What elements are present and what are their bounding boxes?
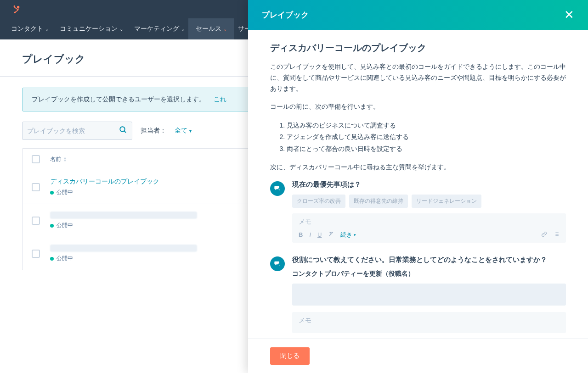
panel-footer: 閉じる <box>248 339 588 373</box>
q2-sub: コンタクトプロパティーを更新（役職名） <box>292 270 566 278</box>
italic-button[interactable]: I <box>309 231 311 238</box>
select-all-checkbox[interactable] <box>32 155 40 163</box>
row-checkbox[interactable] <box>32 250 40 258</box>
svg-line-4 <box>124 131 126 133</box>
col-name[interactable]: 名前 ▴▾ <box>50 156 66 163</box>
close-icon[interactable]: ✕ <box>564 8 574 22</box>
status-dot-icon <box>50 257 54 261</box>
alert-link[interactable]: これ <box>214 95 226 104</box>
prep-list: 見込み客のビジネスについて調査する アジェンダを作成して見込み客に送信する 両者… <box>287 120 566 155</box>
status-dot-icon <box>50 191 54 195</box>
memo-placeholder: メモ <box>299 218 560 226</box>
bold-button[interactable]: B <box>299 231 303 238</box>
chevron-down-icon: ⌄ <box>45 27 49 32</box>
underline-button[interactable]: U <box>317 231 322 238</box>
link-button[interactable] <box>541 231 547 239</box>
row-checkbox[interactable] <box>32 183 40 191</box>
owner-filter-label: 担当者： <box>141 127 166 135</box>
search-input-wrap[interactable] <box>22 122 132 140</box>
chevron-down-icon: ⌄ <box>181 27 185 32</box>
panel-header-title: プレイブック <box>262 10 309 20</box>
nav-marketing[interactable]: マーケティング⌄ <box>134 25 185 33</box>
sort-icon: ▴▾ <box>64 156 66 162</box>
nav-contacts[interactable]: コンタクト⌄ <box>11 25 49 33</box>
panel-title: ディスカバリーコールのプレイブック <box>270 42 566 54</box>
list-button[interactable] <box>554 231 560 239</box>
svg-point-0 <box>17 6 20 9</box>
chevron-down-icon: ▾ <box>189 128 192 134</box>
search-icon[interactable] <box>119 126 127 136</box>
nav-communication[interactable]: コミュニケーション⌄ <box>60 25 123 33</box>
panel-intro: このプレイブックを使用して、見込み客との最初のコールをガイドできるようにします。… <box>270 61 566 94</box>
question-block-2: 役割について教えてください。日常業務としてどのようなことをされていますか？ コン… <box>270 256 566 333</box>
status-dot-icon <box>50 224 54 228</box>
memo-editor[interactable]: メモ B I U 続き▾ <box>292 213 566 243</box>
chevron-down-icon: ⌄ <box>119 27 123 32</box>
close-button[interactable]: 閉じる <box>270 347 310 365</box>
prep-title: コールの前に、次の準備を行います。 <box>270 101 566 112</box>
memo-placeholder: メモ <box>299 317 560 325</box>
row-title-redacted <box>50 212 197 219</box>
nav-sales[interactable]: セールス⌄ <box>188 18 234 39</box>
svg-point-3 <box>120 127 125 132</box>
clear-format-button[interactable] <box>328 231 334 239</box>
chip[interactable]: クローズ率の改善 <box>292 195 345 208</box>
chip[interactable]: 既存の得意先の維持 <box>349 195 408 208</box>
svg-point-2 <box>14 12 16 14</box>
chevron-down-icon: ⌄ <box>223 27 227 32</box>
prep-item: 見込み客のビジネスについて調査する <box>287 120 566 131</box>
q1-title: 現在の最優先事項は？ <box>292 180 566 189</box>
q2-title: 役割について教えてください。日常業務としてどのようなことをされていますか？ <box>292 256 566 264</box>
prep-item: 両者にとって都合の良い日時を設定する <box>287 143 566 155</box>
prep-item: アジェンダを作成して見込み客に送信する <box>287 131 566 143</box>
row-checkbox[interactable] <box>32 217 40 225</box>
owner-filter-value[interactable]: 全て▾ <box>175 127 192 135</box>
search-input[interactable] <box>27 127 119 134</box>
more-format-button[interactable]: 続き▾ <box>340 231 356 239</box>
memo-editor-2[interactable]: メモ <box>292 312 566 333</box>
row-title-redacted <box>50 245 197 252</box>
question-icon <box>270 181 285 196</box>
q1-chips: クローズ率の改善 既存の得意先の維持 リードジェネレーション <box>292 195 566 208</box>
svg-point-1 <box>14 6 16 7</box>
panel-header: プレイブック ✕ <box>248 0 588 30</box>
playbook-panel: プレイブック ✕ ディスカバリーコールのプレイブック このプレイブックを使用して… <box>248 0 588 373</box>
alert-text: プレイブックを作成して公開できるユーザーを選択します。 <box>32 95 205 104</box>
question-icon <box>270 256 285 271</box>
panel-body: ディスカバリーコールのプレイブック このプレイブックを使用して、見込み客との最初… <box>248 30 588 339</box>
hubspot-icon <box>11 4 21 14</box>
question-block-1: 現在の最優先事項は？ クローズ率の改善 既存の得意先の維持 リードジェネレーショ… <box>270 180 566 243</box>
property-input[interactable] <box>292 284 566 306</box>
editor-toolbar: B I U 続き▾ <box>299 231 560 239</box>
next-title: 次に、ディスカバリーコール中に尋ねる主な質問を挙げます。 <box>270 162 566 173</box>
chip[interactable]: リードジェネレーション <box>412 195 481 208</box>
